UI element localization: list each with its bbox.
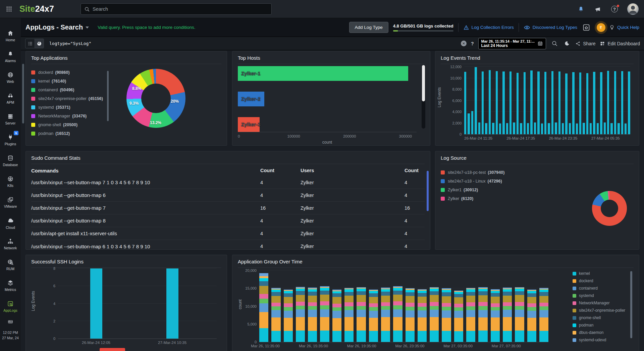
discovered-log-types-link[interactable]: Discovered Log Types bbox=[524, 24, 577, 31]
sidebar-item-vmware[interactable]: VMware bbox=[0, 192, 21, 213]
legend-item[interactable]: gnome-shell bbox=[573, 314, 625, 321]
legend-item[interactable]: containerd bbox=[573, 285, 625, 292]
top-hosts-bars[interactable]: Zylker-1Zylker-2Zylker-3 bbox=[238, 66, 417, 143]
stacked-bar[interactable] bbox=[527, 290, 536, 342]
sidebar-item-apm[interactable]: APM bbox=[0, 88, 21, 109]
query-input[interactable]: logtype="SysLog" bbox=[49, 41, 91, 46]
legend-item[interactable]: NetworkManager(33476) bbox=[31, 112, 103, 120]
status-page-icon[interactable] bbox=[7, 319, 13, 325]
announcements-megaphone-icon[interactable] bbox=[594, 5, 602, 13]
application-group-plot[interactable]: Mar 26, 11:35:00Mar 26, 15:35:00Mar 26, … bbox=[259, 270, 548, 342]
top-hosts-scrollbar[interactable] bbox=[422, 65, 425, 129]
legend-scrollbar[interactable] bbox=[630, 271, 632, 338]
stacked-bar[interactable] bbox=[296, 287, 305, 342]
global-search[interactable] bbox=[80, 3, 272, 15]
stacked-bar[interactable] bbox=[393, 286, 402, 342]
legend-item[interactable]: Zylker(6120) bbox=[441, 194, 504, 203]
log-usage[interactable]: 4.8 GB/501 GB logs collected bbox=[393, 23, 453, 32]
ssh-bar[interactable] bbox=[90, 268, 102, 339]
stacked-bar[interactable] bbox=[381, 288, 390, 342]
sidebar-item-cloud[interactable]: Cloud bbox=[0, 213, 21, 234]
sidebar-item-plugins[interactable]: Plugins 5 bbox=[0, 130, 21, 150]
stacked-bar[interactable] bbox=[430, 287, 439, 342]
legend-item[interactable]: site24x7-onpremise-poller(45156) bbox=[31, 94, 103, 103]
legend-item[interactable]: NetworkManager bbox=[573, 299, 625, 307]
sidebar-item-web[interactable]: Web bbox=[0, 67, 21, 88]
stacked-bar[interactable] bbox=[515, 287, 524, 342]
page-title-dropdown[interactable]: AppLogs - Search bbox=[25, 23, 89, 31]
ssh-bar[interactable] bbox=[166, 268, 178, 339]
sidebar-item-home[interactable]: Home bbox=[0, 26, 21, 46]
apps-grid-icon[interactable] bbox=[4, 4, 14, 14]
sidebar-item-network[interactable]: Network bbox=[0, 234, 21, 254]
query-help-icon[interactable]: ? bbox=[471, 41, 474, 46]
quick-help-signpost-icon[interactable] bbox=[597, 23, 605, 32]
clear-query-icon[interactable]: ✕ bbox=[461, 41, 467, 46]
legend-item[interactable]: podman(16512) bbox=[31, 129, 103, 138]
log-collection-errors-link[interactable]: Log Collection Errors bbox=[463, 24, 514, 31]
legend-item[interactable]: systemd(35371) bbox=[31, 103, 103, 112]
sidebar-item-k8s[interactable]: K8s bbox=[0, 171, 21, 192]
stacked-bar[interactable] bbox=[332, 290, 341, 342]
stacked-bar[interactable] bbox=[442, 288, 451, 342]
host-bar[interactable]: Zylker-2 bbox=[238, 92, 264, 106]
legend-item[interactable]: kernel bbox=[573, 270, 625, 277]
stacked-bar[interactable] bbox=[406, 288, 415, 342]
host-bar[interactable]: Zylker-1 bbox=[238, 66, 408, 81]
sidebar-item-alarms[interactable]: Alarms bbox=[0, 46, 21, 67]
query-list-icon[interactable] bbox=[25, 39, 35, 48]
legend-item[interactable]: site24x7-u18-pc-test(307940) bbox=[441, 168, 504, 177]
stacked-bar[interactable] bbox=[539, 288, 548, 342]
log-events-trend-bars[interactable] bbox=[464, 67, 630, 134]
legend-item[interactable]: systemd bbox=[573, 292, 625, 299]
sidebar-item-database[interactable]: Database bbox=[0, 150, 21, 171]
search-input[interactable] bbox=[93, 6, 268, 12]
dark-mode-moon-icon[interactable] bbox=[563, 40, 571, 48]
sidebar-item-applogs[interactable]: AppLogs bbox=[0, 296, 21, 317]
share-button[interactable]: Share bbox=[575, 41, 595, 46]
legend-item[interactable]: dockerd bbox=[573, 277, 625, 285]
stacked-bar[interactable] bbox=[259, 273, 268, 342]
legend-item[interactable]: containerd(50496) bbox=[31, 86, 103, 94]
legend-item[interactable]: site24x7-onpremise-poller bbox=[573, 307, 625, 314]
legend-item[interactable]: dockerd(90860) bbox=[31, 68, 103, 77]
stacked-bar[interactable] bbox=[320, 286, 329, 342]
legend-item[interactable]: site24x7-u18 - Linux(47296) bbox=[441, 177, 504, 186]
legend-item[interactable]: gnome-shell(20500) bbox=[31, 120, 103, 129]
stacked-bar[interactable] bbox=[478, 287, 487, 342]
stacked-bar[interactable] bbox=[503, 288, 512, 342]
log-source-donut[interactable] bbox=[592, 191, 627, 226]
stacked-bar[interactable] bbox=[418, 289, 427, 342]
home-dashboard-icon[interactable] bbox=[582, 23, 591, 32]
log-events-trend-plot[interactable]: 26-Mar-24 11:3526-Mar-24 17:3526-Mar-24 … bbox=[464, 67, 630, 135]
stacked-bar[interactable] bbox=[357, 287, 366, 342]
add-log-type-button[interactable]: Add Log Type bbox=[349, 22, 388, 33]
legend-item[interactable]: podman bbox=[573, 321, 625, 329]
stacked-bar[interactable] bbox=[271, 288, 280, 342]
sidebar-item-rum[interactable]: RUM bbox=[0, 254, 21, 275]
legend-scrollbar[interactable] bbox=[107, 71, 109, 121]
legend-item[interactable]: Zylker1(30912) bbox=[441, 186, 504, 194]
ssh-logins-plot[interactable]: 26-Mar-24 12:05 27-Mar-24 10:35 02468 bbox=[58, 268, 217, 339]
application-group-bars[interactable] bbox=[259, 270, 548, 342]
stacked-bar[interactable] bbox=[491, 289, 500, 342]
sidebar-item-server[interactable]: Server bbox=[0, 109, 21, 130]
site24x7-logo[interactable]: Site24x7 bbox=[19, 4, 54, 14]
user-avatar[interactable] bbox=[627, 3, 639, 15]
legend-item[interactable]: dbus-daemon bbox=[573, 329, 625, 336]
date-range-picker[interactable]: Mar 26, 11:35:14 - Mar 27, 11:... Last 2… bbox=[478, 38, 546, 49]
host-bar[interactable]: Zylker-3 bbox=[238, 117, 260, 132]
dashboard-search-icon[interactable] bbox=[550, 40, 558, 48]
sidebar-item-metrics[interactable]: Metrics bbox=[0, 275, 21, 296]
content-scrollbar[interactable] bbox=[22, 64, 24, 123]
edit-dashboard-button[interactable]: Edit Dashboard bbox=[600, 41, 640, 46]
legend-item[interactable]: systemd-udevd bbox=[573, 336, 625, 344]
stacked-bar[interactable] bbox=[344, 288, 354, 342]
stacked-bar[interactable] bbox=[369, 290, 378, 342]
help-icon[interactable]: ? bbox=[610, 5, 619, 13]
sudo-table-scrollbar[interactable] bbox=[427, 171, 429, 211]
top-applications-donut[interactable] bbox=[126, 69, 185, 128]
stacked-bar[interactable] bbox=[308, 288, 317, 342]
stacked-bar[interactable] bbox=[284, 290, 293, 342]
quick-help[interactable]: Quick Help bbox=[595, 23, 639, 32]
